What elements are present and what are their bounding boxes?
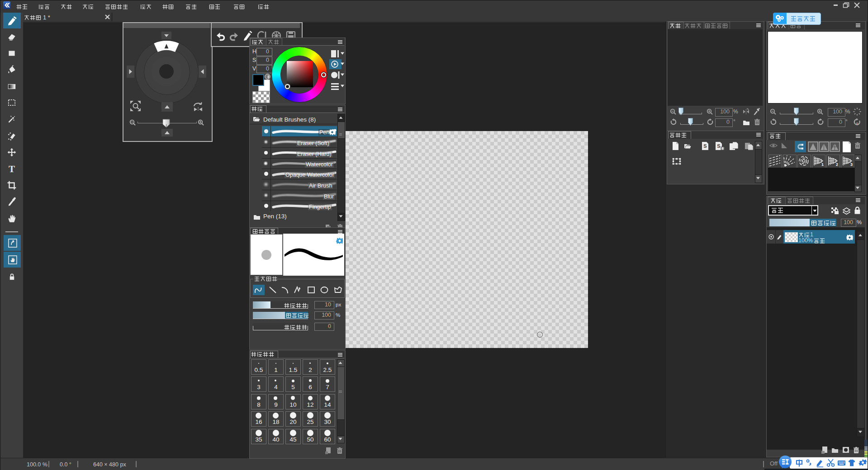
svg-text:0: 0 [856,122,859,126]
svg-text:S: S [703,143,707,149]
svg-text:T: T [9,164,15,174]
svg-text:2: 2 [836,162,838,167]
svg-text:3: 3 [850,162,853,167]
svg-text:S: S [717,143,720,149]
svg-text:1: 1 [821,162,824,167]
